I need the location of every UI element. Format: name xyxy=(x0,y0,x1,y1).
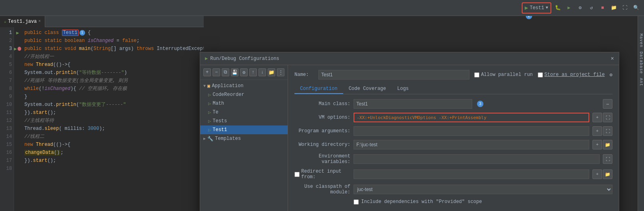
run-indicator-1: ▶ xyxy=(16,30,19,36)
working-dir-buttons: + 📁 xyxy=(592,140,612,149)
vm-add-button[interactable]: + xyxy=(592,113,602,122)
allow-parallel-label: Allow parallel run xyxy=(474,72,533,78)
include-deps-checkbox[interactable] xyxy=(354,199,359,205)
run-button[interactable]: ▶ xyxy=(564,3,574,13)
include-deps-label: Include dependencies with "Provided" sco… xyxy=(361,199,482,205)
main-class-browse-button[interactable]: ⋯ xyxy=(603,99,612,109)
env-vars-input[interactable] xyxy=(354,154,600,164)
module-row: Use classpath of module: juc-test xyxy=(294,184,612,195)
tree-down-button[interactable]: ↓ xyxy=(258,68,266,76)
dir-browse-button[interactable]: 📁 xyxy=(603,140,612,149)
tab-close-icon[interactable]: × xyxy=(38,19,41,24)
module-label: Use classpath of module: xyxy=(294,184,350,195)
search-button[interactable]: 🔍 xyxy=(631,3,641,13)
store-as-project-checkbox[interactable] xyxy=(538,72,543,78)
maven-panel-label[interactable]: Maven xyxy=(639,32,643,49)
redirect-browse-button[interactable]: 📁 xyxy=(603,169,612,179)
tree-item-te[interactable]: ▷ Te xyxy=(200,108,288,117)
vm-expand-button[interactable]: ⛶ xyxy=(603,113,612,122)
tree-panel: + − ⧉ 💾 ⚙ ↑ ↓ 📁 ⋮ ▼ ▣ Application ▷ Code… xyxy=(200,65,288,211)
vm-options-input[interactable] xyxy=(354,113,589,122)
code-line: changeData(); xyxy=(21,149,204,157)
debug-button[interactable]: 🐛 xyxy=(553,3,563,13)
code-line: public static boolean isChanged = false; xyxy=(21,37,204,45)
redirect-add-button[interactable]: + xyxy=(592,169,602,179)
tree-item-math[interactable]: ▷ Math xyxy=(200,99,288,108)
tree-copy-button[interactable]: ⧉ xyxy=(222,68,229,76)
tree-item-templates[interactable]: ▶ 🔧 Templates xyxy=(200,134,288,143)
java-icon: ☕ xyxy=(4,19,6,24)
code-line: //死循环 等待数据变更(当全局变量变更, 则另 xyxy=(21,77,204,85)
working-dir-label: Working directory: xyxy=(294,142,350,147)
toolbar-right: ▶ Test1 ▼ 🐛 ▶ ⚙ ↺ ■ 📁 ⛶ 🔍 xyxy=(522,2,641,14)
dialog-body: + − ⧉ 💾 ⚙ ↑ ↓ 📁 ⋮ ▼ ▣ Application ▷ Code… xyxy=(200,65,619,211)
redirect-input[interactable] xyxy=(354,169,589,179)
tab-code-coverage[interactable]: Code Coverage xyxy=(343,84,392,94)
vm-options-row: VM options: + ⛶ xyxy=(294,113,612,122)
tab-test1[interactable]: ☕ Test1.java × xyxy=(0,16,45,27)
tree-item-application[interactable]: ▼ ▣ Application xyxy=(200,82,288,90)
dialog-close-icon[interactable]: × xyxy=(611,56,614,62)
args-expand-button[interactable]: ⛶ xyxy=(603,126,612,136)
dialog-run-icon: ▶ xyxy=(205,56,208,62)
env-vars-expand-button[interactable]: ⛶ xyxy=(603,154,612,164)
program-args-label: Program arguments: xyxy=(294,128,350,134)
tree-item-label: Te xyxy=(213,109,218,115)
dialog-titlebar: ▶ Run/Debug Configurations × xyxy=(200,52,619,65)
code-line xyxy=(21,165,204,173)
browse-button[interactable]: 📁 xyxy=(609,3,618,13)
env-vars-label: Environment variables: xyxy=(294,153,350,165)
tree-save-button[interactable]: 💾 xyxy=(231,68,239,76)
store-as-project-label: Store as project file xyxy=(538,72,605,78)
dialog-title-text: Run/Debug Configurations xyxy=(210,56,279,62)
tree-up-button[interactable]: ↑ xyxy=(249,68,257,76)
tab-configuration[interactable]: Configuration xyxy=(294,84,343,94)
right-side-panels: Maven Database Ant xyxy=(638,0,644,211)
tree-item-label: Application xyxy=(212,83,243,89)
env-vars-row: Environment variables: ⛶ xyxy=(294,153,612,165)
tree-item-label: Test1 xyxy=(213,127,227,133)
top-toolbar: ▶ Test1 ▼ 🐛 ▶ ⚙ ↺ ■ 📁 ⛶ 🔍 xyxy=(0,0,644,16)
database-panel-label[interactable]: Database xyxy=(639,50,643,76)
tree-item-label: Templates xyxy=(215,136,241,141)
code-line: //线程二 xyxy=(21,133,204,141)
code-lines[interactable]: public class Test11 { public static bool… xyxy=(21,27,204,211)
config-dropdown-arrow[interactable]: ▼ xyxy=(546,6,548,10)
tree-remove-button[interactable]: − xyxy=(213,68,220,76)
build-button[interactable]: ⚙ xyxy=(575,3,585,13)
tree-item-codereorder[interactable]: ▷ CodeReorder xyxy=(200,90,288,99)
redirect-checkbox[interactable] xyxy=(294,172,300,177)
store-settings-icon[interactable]: ⚙ xyxy=(610,72,612,78)
tab-logs[interactable]: Logs xyxy=(392,84,414,94)
main-class-label: Main class: xyxy=(294,101,350,107)
run-icon: ▶ xyxy=(525,4,528,11)
working-dir-input[interactable] xyxy=(354,140,589,149)
code-line: public static void main(String[] args) t… xyxy=(21,45,204,53)
dir-add-button[interactable]: + xyxy=(592,140,602,149)
module-select[interactable]: juc-test xyxy=(354,185,612,194)
name-input[interactable] xyxy=(318,70,469,80)
tree-more-button[interactable]: ⋮ xyxy=(277,68,284,76)
code-line: System.out.println("数据变更了------" xyxy=(21,101,204,109)
main-class-input[interactable] xyxy=(354,99,472,109)
allow-parallel-checkbox[interactable] xyxy=(474,72,479,78)
tree-settings-button[interactable]: ⚙ xyxy=(240,68,248,76)
stop-button[interactable]: ■ xyxy=(598,3,607,13)
gutter: ▶ ▶ xyxy=(14,27,21,211)
main-class-row: Main class: 3 ⋯ xyxy=(294,99,612,109)
tree-folder-button[interactable]: 📁 xyxy=(268,68,275,76)
tree-item-test1[interactable]: ▷ Test1 xyxy=(200,125,288,134)
tab-bar: ☕ Test1.java × xyxy=(0,16,204,27)
tree-add-button[interactable]: + xyxy=(203,68,211,76)
tree-item-tests[interactable]: ▷ Tests xyxy=(200,117,288,125)
program-args-row: Program arguments: + ⛶ xyxy=(294,126,612,136)
breakpoint-3[interactable] xyxy=(18,47,21,51)
ant-panel-label[interactable]: Ant xyxy=(639,76,643,88)
args-add-button[interactable]: + xyxy=(592,126,602,136)
template-icon: 🔧 xyxy=(207,136,213,142)
sync-button[interactable]: ↺ xyxy=(586,3,596,13)
run-config-box[interactable]: ▶ Test1 ▼ xyxy=(522,2,551,14)
code-line: new Thread(()->{ xyxy=(21,141,204,149)
expand-button[interactable]: ⛶ xyxy=(620,3,630,13)
program-args-input[interactable] xyxy=(354,126,589,136)
